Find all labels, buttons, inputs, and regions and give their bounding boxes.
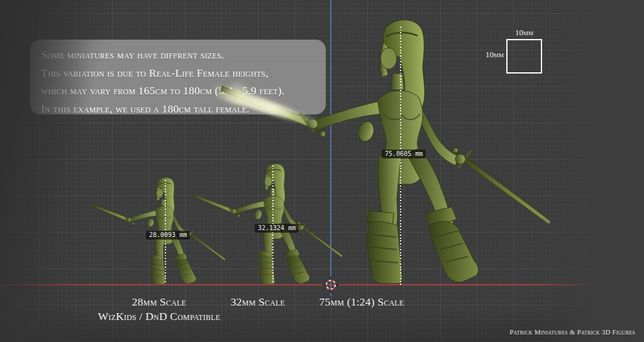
scale-square-top-label: 10mm [506,28,542,38]
watermark: Patrick Miniatures & Patrick 3D Figures [509,328,635,336]
scale-square-side-label: 10mm [464,50,504,60]
3d-cursor[interactable] [323,277,339,293]
3d-viewport[interactable]: Some miniatures may have diffrent sizes.… [0,0,644,342]
caption-28mm-compatibility: WizKids / DnD Compatible [77,310,241,323]
measurement-label-32mm: 32.1324 mm [255,224,299,233]
scale-reference-square [506,39,542,74]
measurement-label-28mm: 28.0093 mm [146,231,190,240]
sword-flare [213,82,319,128]
scene-canvas [0,0,644,342]
measurement-label-75mm: 75.0605 mm [382,150,426,158]
caption-75mm-scale: 75mm (1:24) Scale [292,295,431,309]
